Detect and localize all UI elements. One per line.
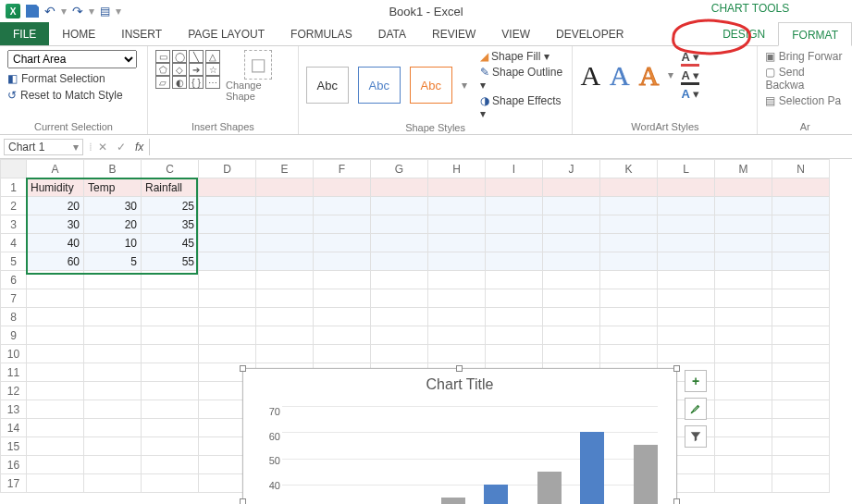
cell[interactable]: Humidity [27, 178, 84, 197]
cell[interactable] [84, 271, 142, 289]
cell[interactable] [428, 345, 486, 363]
cell[interactable]: 30 [27, 215, 84, 234]
cell[interactable] [543, 197, 600, 215]
cell[interactable] [772, 419, 830, 437]
cell[interactable] [543, 234, 600, 252]
cell[interactable] [371, 178, 428, 197]
cell[interactable] [256, 252, 314, 271]
cell[interactable] [314, 326, 371, 345]
cell[interactable] [428, 289, 486, 308]
tab-data[interactable]: DATA [365, 22, 419, 45]
cell[interactable] [199, 234, 256, 252]
col-header[interactable]: E [256, 160, 314, 178]
cell[interactable]: 25 [142, 197, 199, 215]
cell[interactable] [199, 197, 256, 215]
row-header[interactable]: 3 [1, 215, 27, 234]
cell[interactable] [314, 308, 371, 326]
cell[interactable] [84, 456, 142, 474]
cell[interactable] [428, 234, 486, 252]
cell[interactable] [772, 234, 830, 252]
cell[interactable] [486, 326, 543, 345]
cell[interactable] [256, 345, 314, 363]
change-shape-button[interactable]: ◻ Change Shape [226, 50, 290, 102]
cell[interactable] [199, 289, 256, 308]
cell[interactable] [428, 326, 486, 345]
cell[interactable] [772, 178, 830, 197]
cell[interactable] [256, 308, 314, 326]
cell[interactable] [772, 382, 830, 400]
tab-format[interactable]: FORMAT [778, 22, 852, 46]
cell[interactable] [658, 345, 715, 363]
chart-styles-button[interactable] [685, 398, 707, 420]
cell[interactable] [772, 400, 830, 419]
cell[interactable] [772, 271, 830, 289]
cell[interactable]: Temp [84, 178, 142, 197]
cell[interactable] [314, 215, 371, 234]
cell[interactable] [658, 289, 715, 308]
tab-developer[interactable]: DEVELOPER [543, 22, 636, 45]
row-header[interactable]: 5 [1, 252, 27, 271]
bar-humidity[interactable] [580, 432, 604, 504]
cell[interactable] [371, 345, 428, 363]
col-header[interactable]: A [27, 160, 84, 178]
cell[interactable] [84, 382, 142, 400]
row-header[interactable]: 8 [1, 308, 27, 326]
cell[interactable] [84, 437, 142, 456]
cell[interactable] [658, 197, 715, 215]
wordart-more-icon[interactable]: ▾ [668, 68, 673, 82]
cell[interactable] [199, 178, 256, 197]
cell[interactable] [27, 345, 84, 363]
cell[interactable] [371, 326, 428, 345]
selection-pane-button[interactable]: ▤ Selection Pa [765, 94, 845, 107]
cell[interactable] [600, 326, 658, 345]
cell[interactable] [658, 308, 715, 326]
cell[interactable] [715, 382, 772, 400]
cell[interactable] [772, 326, 830, 345]
cell[interactable] [256, 197, 314, 215]
tab-home[interactable]: HOME [49, 22, 108, 45]
cell[interactable] [772, 289, 830, 308]
cell[interactable] [600, 178, 658, 197]
row-header[interactable]: 17 [1, 474, 27, 493]
tab-review[interactable]: REVIEW [419, 22, 488, 45]
row-header[interactable]: 9 [1, 326, 27, 345]
cell[interactable] [314, 289, 371, 308]
cell[interactable] [428, 215, 486, 234]
cell[interactable] [142, 456, 199, 474]
cell[interactable] [371, 197, 428, 215]
cell[interactable] [199, 271, 256, 289]
cell[interactable] [543, 252, 600, 271]
col-header[interactable]: D [199, 160, 256, 178]
bar-rainfall[interactable] [537, 472, 562, 504]
cell[interactable] [486, 271, 543, 289]
cell[interactable] [486, 234, 543, 252]
cell[interactable] [142, 345, 199, 363]
shape-style-preset-3[interactable]: Abc [410, 67, 452, 104]
cell[interactable] [314, 252, 371, 271]
cell[interactable] [715, 308, 772, 326]
col-header[interactable]: F [314, 160, 371, 178]
cell[interactable] [715, 456, 772, 474]
wordart-preset-1[interactable]: A [580, 60, 600, 92]
cell[interactable] [199, 345, 256, 363]
cell[interactable] [772, 456, 830, 474]
cell[interactable] [715, 252, 772, 271]
cell[interactable] [84, 474, 142, 493]
cell[interactable] [486, 252, 543, 271]
touch-mode-icon[interactable]: ▤ [100, 5, 110, 18]
tab-view[interactable]: VIEW [488, 22, 543, 45]
cell[interactable] [142, 400, 199, 419]
cell[interactable] [142, 419, 199, 437]
cell[interactable] [715, 474, 772, 493]
cell[interactable]: Rainfall [142, 178, 199, 197]
cell[interactable] [27, 419, 84, 437]
cell[interactable] [600, 345, 658, 363]
cell[interactable] [27, 437, 84, 456]
reset-to-match-style-button[interactable]: ↺Reset to Match Style [7, 89, 140, 102]
cell[interactable] [84, 289, 142, 308]
shape-fill-button[interactable]: ◢ Shape Fill ▾ [480, 50, 565, 63]
cell[interactable]: 30 [84, 197, 142, 215]
cell[interactable] [199, 252, 256, 271]
row-header[interactable]: 15 [1, 437, 27, 456]
cell[interactable]: 40 [27, 234, 84, 252]
